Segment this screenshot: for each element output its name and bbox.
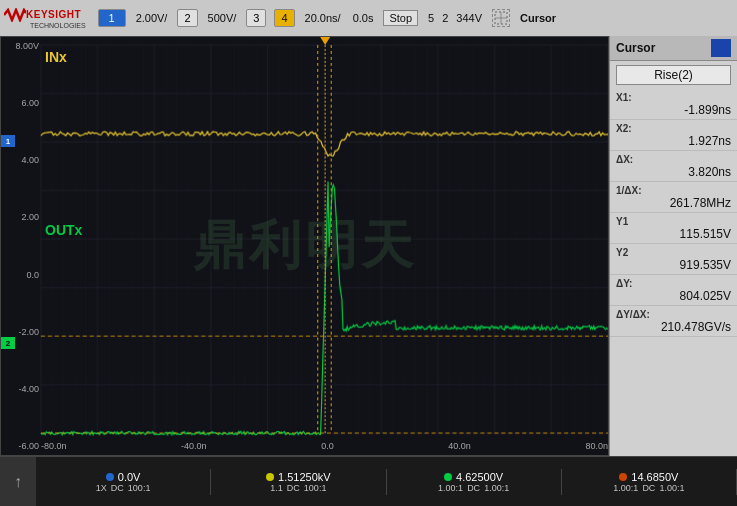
cursor-x1-row: X1: -1.899ns <box>610 89 737 120</box>
stop-badge[interactable]: Stop <box>383 10 418 26</box>
scope-screen: 8.00V 6.00 4.00 2.00 0.0 -2.00 -4.00 -6.… <box>0 36 609 456</box>
dydx-label: ΔY/ΔX: <box>616 309 731 320</box>
rise-badge[interactable]: Rise(2) <box>616 65 731 85</box>
ch2-voltage: 500V/ <box>208 12 237 24</box>
ch4-ratio: 1.00:1 <box>659 483 684 493</box>
bottom-ch2[interactable]: 1.51250kV 1.1 DC 100:1 <box>211 469 386 495</box>
cursor-inv-dx-row: 1/ΔX: 261.78MHz <box>610 182 737 213</box>
ch4-bottom-val: 14.6850V <box>631 471 678 483</box>
x-label-40: 40.0n <box>448 441 471 451</box>
ch1-ratio: 100:1 <box>128 483 151 493</box>
cursor-panel-title: Cursor <box>616 41 655 55</box>
ch5-num: 5 <box>428 12 434 24</box>
cursor-panel: Cursor Rise(2) X1: -1.899ns X2: 1.927ns … <box>609 36 737 456</box>
ch1-bottom-val: 0.0V <box>118 471 141 483</box>
y1-label: Y1 <box>616 216 731 227</box>
cursor-dy-row: ΔY: 804.025V <box>610 275 737 306</box>
ch1-dot <box>106 473 114 481</box>
cursor-x2-row: X2: 1.927ns <box>610 120 737 151</box>
cursor-panel-header: Cursor <box>610 36 737 61</box>
y-label-8: 8.00V <box>3 41 39 51</box>
bottom-channels: 0.0V 1X DC 100:1 1.51250kV 1.1 DC 100:1 <box>36 469 737 495</box>
ch3-dc: DC <box>467 483 480 493</box>
x-axis-labels: -80.0n -40.0n 0.0 40.0n 80.0n <box>41 441 608 451</box>
ch1-button[interactable]: 1 <box>98 9 126 27</box>
y-axis-labels: 8.00V 6.00 4.00 2.00 0.0 -2.00 -4.00 -6.… <box>3 37 39 455</box>
ch4-button[interactable]: 4 <box>274 9 294 27</box>
logo-brand-text: KEYSIGHT <box>26 9 81 20</box>
cursor-dx-row: ΔX: 3.820ns <box>610 151 737 182</box>
ch2-button[interactable]: 2 <box>177 9 197 27</box>
x2-label: X2: <box>616 123 731 134</box>
bottom-bar: ↑ 0.0V 1X DC 100:1 1.51250kV 1.1 DC 100 <box>0 456 737 506</box>
y-label-n2: -2.00 <box>3 327 39 337</box>
ch1-coupling: 1X <box>96 483 107 493</box>
cursor-icon <box>492 9 510 27</box>
ch4-dc: DC <box>642 483 655 493</box>
x-label-0: 0.0 <box>321 441 334 451</box>
outx-label: OUTx <box>45 222 82 238</box>
main-area: 8.00V 6.00 4.00 2.00 0.0 -2.00 -4.00 -6.… <box>0 36 737 456</box>
y-label-0: 0.0 <box>3 270 39 280</box>
y-label-6: 6.00 <box>3 98 39 108</box>
logo-sub-text: TECHNOLOGIES <box>30 22 86 29</box>
ch3-ratio: 1.00:1 <box>484 483 509 493</box>
bottom-arrow-button[interactable]: ↑ <box>0 457 36 507</box>
ch1-left-indicator: 1 <box>1 135 15 147</box>
x-label-80: 80.0n <box>585 441 608 451</box>
ch5-val: 2 <box>442 12 448 24</box>
ch4-coupling: 1.00:1 <box>613 483 638 493</box>
delay-value: 0.0s <box>353 12 374 24</box>
cursor-y1-row: Y1 115.515V <box>610 213 737 244</box>
y-label-2: 2.00 <box>3 212 39 222</box>
timebase-value: 20.0ns/ <box>305 12 341 24</box>
ch2-ratio: 100:1 <box>304 483 327 493</box>
bottom-ch3[interactable]: 4.62500V 1.00:1 DC 1.00:1 <box>387 469 562 495</box>
inv-dx-value: 261.78MHz <box>616 196 731 210</box>
ch2-dot <box>266 473 274 481</box>
x2-value: 1.927ns <box>616 134 731 148</box>
ch3-dot <box>444 473 452 481</box>
x-label-n80: -80.0n <box>41 441 67 451</box>
logo-icon <box>4 8 26 22</box>
bottom-ch1[interactable]: 0.0V 1X DC 100:1 <box>36 469 211 495</box>
keysight-logo: KEYSIGHT TECHNOLOGIES <box>4 8 86 29</box>
ch3-coupling: 1.00:1 <box>438 483 463 493</box>
y-label-4: 4.00 <box>3 155 39 165</box>
dx-value: 3.820ns <box>616 165 731 179</box>
scope-canvas <box>1 37 608 455</box>
x-label-n40: -40.0n <box>181 441 207 451</box>
cursor-blue-indicator <box>711 39 731 57</box>
ch5-section: 5 2 344V <box>426 12 484 24</box>
dydx-value: 210.478GV/s <box>616 320 731 334</box>
x1-value: -1.899ns <box>616 103 731 117</box>
y-label-n6: -6.00 <box>3 441 39 451</box>
ch2-bottom-val: 1.51250kV <box>278 471 331 483</box>
ch3-left-indicator: 2 <box>1 337 15 349</box>
ch1-voltage: 2.00V/ <box>136 12 168 24</box>
y2-label: Y2 <box>616 247 731 258</box>
x1-label: X1: <box>616 92 731 103</box>
y1-value: 115.515V <box>616 227 731 241</box>
bottom-ch4[interactable]: 14.6850V 1.00:1 DC 1.00:1 <box>562 469 737 495</box>
cursor-label-header: Cursor <box>520 12 556 24</box>
ch2-dc: DC <box>287 483 300 493</box>
y2-value: 919.535V <box>616 258 731 272</box>
dy-value: 804.025V <box>616 289 731 303</box>
inv-dx-label: 1/ΔX: <box>616 185 731 196</box>
y-label-n4: -4.00 <box>3 384 39 394</box>
ch2-coupling: 1.1 <box>270 483 283 493</box>
ch5-mv: 344V <box>456 12 482 24</box>
inx-label: INx <box>45 49 67 65</box>
ch3-bottom-val: 4.62500V <box>456 471 503 483</box>
header-bar: KEYSIGHT TECHNOLOGIES 1 2.00V/ 2 500V/ 3… <box>0 0 737 36</box>
ch4-dot <box>619 473 627 481</box>
ch3-button[interactable]: 3 <box>246 9 266 27</box>
ch1-dc: DC <box>111 483 124 493</box>
dy-label: ΔY: <box>616 278 731 289</box>
cursor-dydx-row: ΔY/ΔX: 210.478GV/s <box>610 306 737 337</box>
dx-label: ΔX: <box>616 154 731 165</box>
cursor-y2-row: Y2 919.535V <box>610 244 737 275</box>
